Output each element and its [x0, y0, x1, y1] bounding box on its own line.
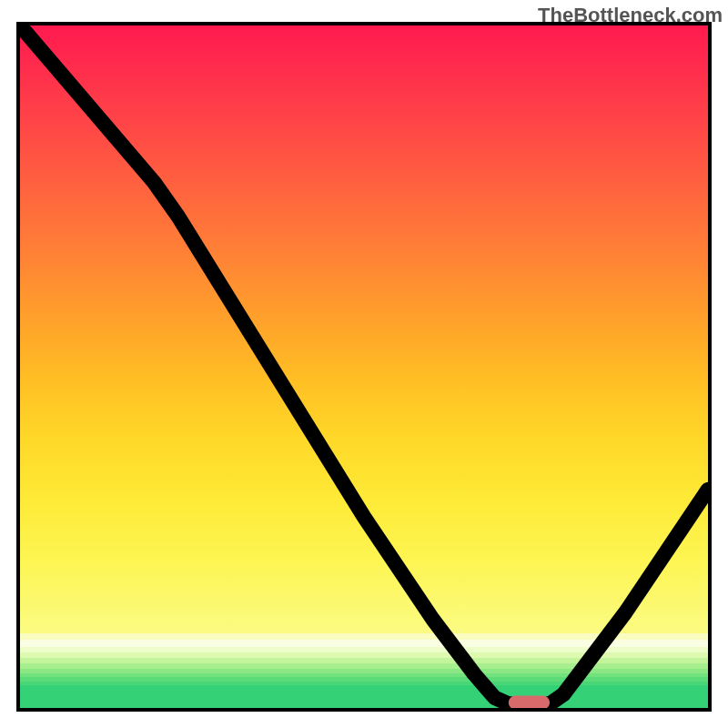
- plot-area: [20, 25, 708, 708]
- plot-frame: [16, 22, 712, 712]
- watermark-text: TheBottleneck.com: [538, 4, 723, 27]
- optimal-marker: [20, 25, 708, 708]
- optimal-marker-rect: [509, 696, 550, 709]
- chart-stage: TheBottleneck.com: [0, 0, 728, 728]
